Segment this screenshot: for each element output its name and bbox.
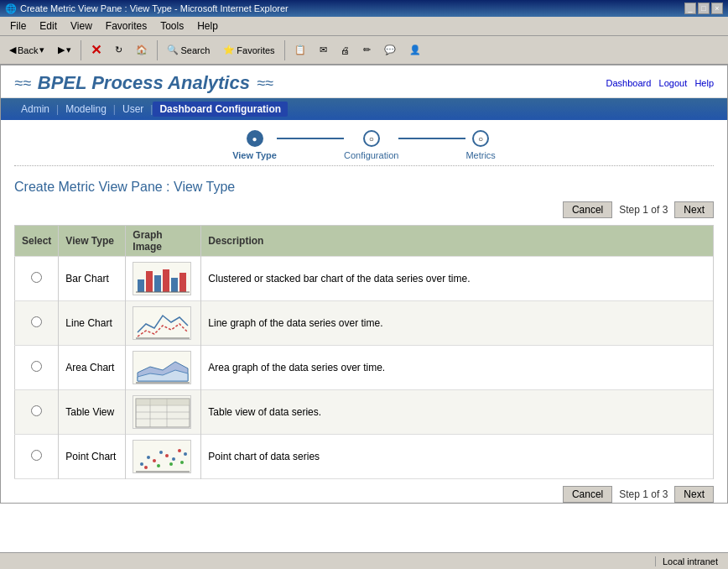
favorites-button[interactable]: ⭐ Favorites	[217, 41, 280, 59]
row-desc-table: Table view of data series.	[201, 390, 714, 435]
step-2-circle: ○	[363, 130, 380, 147]
svg-point-28	[169, 462, 173, 466]
step-3-label: Metrics	[465, 150, 495, 160]
menu-favorites[interactable]: Favorites	[99, 18, 153, 34]
history-button[interactable]: 📋	[289, 41, 312, 59]
line-chart-thumbnail	[133, 306, 191, 340]
row-desc-bar: Clustered or stacked bar chart of the da…	[201, 257, 714, 301]
minimize-button[interactable]: _	[684, 3, 696, 14]
step-2-label: Configuration	[344, 150, 398, 160]
header-logout-link[interactable]: Logout	[659, 78, 688, 88]
header-help-link[interactable]: Help	[694, 78, 714, 88]
svg-point-26	[144, 466, 148, 469]
radio-area-chart[interactable]	[31, 361, 42, 372]
step-metrics: ○ Metrics	[465, 130, 495, 160]
discuss-button[interactable]: 💬	[378, 41, 402, 59]
mail-button[interactable]: ✉	[314, 41, 333, 59]
step-view-type: ● View Type	[232, 130, 277, 160]
point-chart-thumbnail	[133, 440, 191, 473]
svg-point-25	[184, 452, 187, 456]
favorites-label: Favorites	[237, 45, 274, 55]
table-row: Area Chart Area graph of the data series…	[15, 346, 714, 390]
row-type-line: Line Chart	[59, 301, 126, 346]
table-view-thumbnail	[133, 395, 191, 429]
print-button[interactable]: 🖨	[335, 42, 356, 59]
back-dropdown-icon: ▾	[39, 44, 44, 55]
menu-bar: File Edit View Favorites Tools Help	[0, 17, 728, 36]
radio-bar-chart[interactable]	[31, 272, 42, 283]
svg-point-18	[140, 462, 143, 466]
search-label: Search	[180, 45, 210, 55]
menu-view[interactable]: View	[64, 18, 99, 34]
step-3-circle: ○	[472, 130, 489, 147]
messenger-button[interactable]: 👤	[403, 41, 427, 59]
status-bar: Local intranet	[0, 552, 728, 569]
svg-rect-3	[163, 269, 169, 292]
radio-table-view[interactable]	[31, 405, 42, 416]
refresh-button[interactable]: ↻	[109, 41, 128, 59]
title-bar-controls[interactable]: _ □ ×	[684, 3, 723, 14]
row-image-area	[126, 346, 201, 390]
home-button[interactable]: 🏠	[130, 41, 153, 59]
search-button[interactable]: 🔍 Search	[161, 41, 216, 59]
refresh-icon: ↻	[115, 44, 122, 55]
svg-point-29	[180, 461, 184, 464]
col-header-type: View Type	[59, 226, 126, 257]
mail-icon: ✉	[320, 44, 327, 55]
row-select-bar[interactable]	[15, 257, 59, 301]
header-dashboard-link[interactable]: Dashboard	[606, 78, 652, 88]
back-button[interactable]: ◀ Back ▾	[3, 41, 50, 59]
svg-rect-1	[146, 271, 153, 292]
row-type-table: Table View	[59, 390, 126, 435]
stop-button[interactable]: ✕	[85, 39, 107, 61]
favorites-star-icon: ⭐	[223, 44, 235, 55]
forward-button[interactable]: ▶ ▾	[52, 41, 77, 59]
print-icon: 🖨	[341, 45, 350, 55]
row-select-area[interactable]	[15, 346, 59, 390]
col-header-image: Graph Image	[126, 226, 201, 257]
step-configuration: ○ Configuration	[344, 130, 398, 160]
toolbar-sep-3	[284, 40, 285, 60]
row-select-point[interactable]	[15, 435, 59, 479]
next-button-bottom[interactable]: Next	[674, 486, 714, 503]
radio-line-chart[interactable]	[31, 316, 42, 327]
menu-file[interactable]: File	[3, 18, 33, 34]
row-image-point	[126, 435, 201, 479]
back-label: Back	[18, 45, 38, 55]
cancel-button-bottom[interactable]: Cancel	[563, 486, 612, 503]
radio-point-chart[interactable]	[31, 450, 42, 461]
next-button-top[interactable]: Next	[674, 201, 714, 218]
nav-dashboard-config[interactable]: Dashboard Configuration	[153, 102, 288, 117]
svg-rect-4	[171, 278, 178, 292]
row-type-bar: Bar Chart	[59, 257, 126, 301]
step-1-circle: ●	[247, 130, 263, 147]
row-select-line[interactable]	[15, 301, 59, 346]
maximize-button[interactable]: □	[698, 3, 710, 14]
logo-swoosh-right: ≈≈	[257, 75, 273, 92]
row-select-table[interactable]	[15, 390, 59, 435]
svg-point-23	[172, 457, 175, 461]
nav-bar: Admin | Modeling | User | Dashboard Conf…	[1, 98, 727, 120]
cancel-button-top[interactable]: Cancel	[563, 201, 612, 218]
close-button[interactable]: ×	[711, 3, 723, 14]
nav-admin[interactable]: Admin	[14, 102, 56, 117]
edit-page-button[interactable]: ✏	[357, 41, 377, 59]
divider	[14, 165, 714, 166]
content-area: ≈≈ BPEL Process Analytics ≈≈ Dashboard L…	[0, 65, 728, 504]
table-row: Bar Chart	[15, 257, 714, 301]
table-row: Point Chart	[15, 435, 714, 479]
row-desc-point: Point chart of data series	[201, 435, 714, 479]
logo-swoosh-left: ≈≈	[14, 75, 31, 92]
browser-icon: 🌐	[5, 3, 17, 14]
svg-point-19	[147, 456, 150, 459]
nav-modeling[interactable]: Modeling	[59, 102, 113, 117]
nav-user[interactable]: User	[116, 102, 150, 117]
row-desc-line: Line graph of the data series over time.	[201, 301, 714, 346]
step-line-1	[277, 138, 344, 139]
step-text-bottom: Step 1 of 3	[619, 488, 668, 500]
menu-tools[interactable]: Tools	[153, 18, 190, 34]
forward-dropdown-icon: ▾	[66, 44, 71, 55]
step-1-label: View Type	[232, 150, 277, 160]
menu-help[interactable]: Help	[190, 18, 225, 34]
menu-edit[interactable]: Edit	[33, 18, 64, 34]
